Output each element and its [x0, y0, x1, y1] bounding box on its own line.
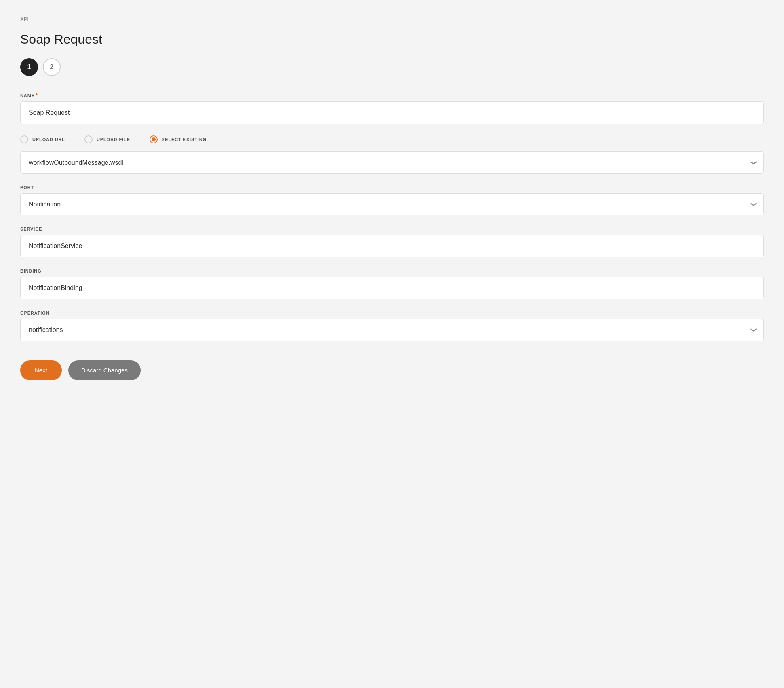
name-input[interactable]: [20, 101, 764, 124]
button-row: Next Discard Changes: [20, 360, 764, 380]
wsdl-group: workflowOutboundMessage.wsdl ❯: [20, 151, 764, 174]
service-input[interactable]: [20, 235, 764, 257]
breadcrumb-link[interactable]: API: [20, 16, 29, 22]
radio-label-upload-file: UPLOAD FILE: [97, 137, 130, 142]
stepper: 1 2: [20, 58, 764, 76]
binding-input[interactable]: [20, 277, 764, 299]
binding-group: BINDING: [20, 269, 764, 299]
breadcrumb: API: [20, 16, 764, 22]
name-label: NAME *: [20, 92, 764, 98]
step-2[interactable]: 2: [43, 58, 61, 76]
binding-label: BINDING: [20, 269, 764, 274]
operation-label: OPERATION: [20, 311, 764, 316]
radio-select-existing[interactable]: SELECT EXISTING: [150, 135, 207, 143]
port-select[interactable]: Notification: [20, 193, 764, 215]
wsdl-select-wrapper: workflowOutboundMessage.wsdl ❯: [20, 151, 764, 174]
operation-select[interactable]: notifications: [20, 319, 764, 341]
radio-circle-upload-file: [84, 135, 93, 143]
radio-label-upload-url: UPLOAD URL: [32, 137, 65, 142]
step-1[interactable]: 1: [20, 58, 38, 76]
name-group: NAME *: [20, 92, 764, 124]
radio-circle-select-existing: [150, 135, 158, 143]
port-group: PORT Notification ❯: [20, 185, 764, 215]
source-radio-group: UPLOAD URL UPLOAD FILE SELECT EXISTING: [20, 135, 764, 143]
operation-select-wrapper: notifications ❯: [20, 319, 764, 341]
required-indicator: *: [36, 92, 38, 98]
discard-button[interactable]: Discard Changes: [68, 360, 141, 380]
wsdl-select[interactable]: workflowOutboundMessage.wsdl: [20, 151, 764, 174]
port-label: PORT: [20, 185, 764, 190]
radio-upload-url[interactable]: UPLOAD URL: [20, 135, 65, 143]
service-label: SERVICE: [20, 227, 764, 231]
radio-circle-upload-url: [20, 135, 28, 143]
radio-upload-file[interactable]: UPLOAD FILE: [84, 135, 130, 143]
form: NAME * UPLOAD URL UPLOAD FILE SELECT EXI…: [20, 92, 764, 380]
page-title: Soap Request: [20, 32, 764, 47]
radio-label-select-existing: SELECT EXISTING: [162, 137, 207, 142]
operation-group: OPERATION notifications ❯: [20, 311, 764, 341]
next-button[interactable]: Next: [20, 360, 62, 380]
port-select-wrapper: Notification ❯: [20, 193, 764, 215]
service-group: SERVICE: [20, 227, 764, 257]
